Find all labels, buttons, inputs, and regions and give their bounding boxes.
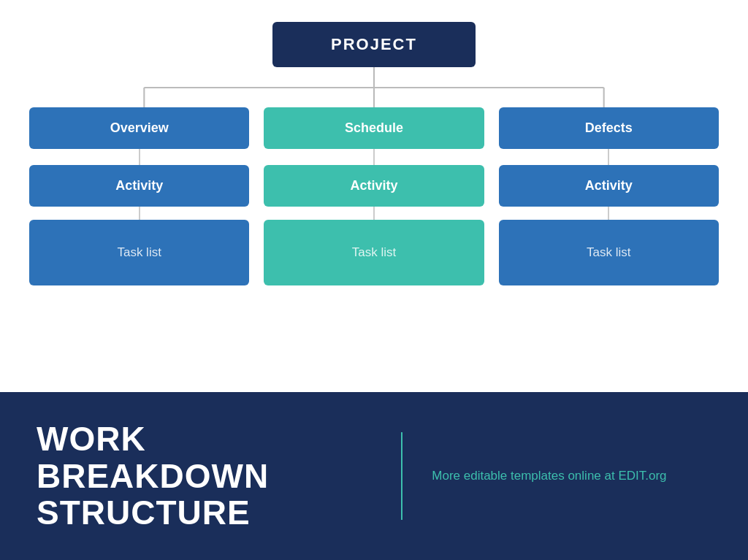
task-defects: Task list [499,220,719,285]
level1-overview: Overview [29,107,249,149]
footer-subtitle: More editable templates online at EDIT.o… [432,467,711,486]
connector-overview-task [139,207,140,220]
diagram-section: PROJECT Overview [0,0,748,392]
project-root-node: PROJECT [272,22,476,67]
level1-defects: Defects [499,107,719,149]
footer-title-line2: STRUCTURE [37,494,372,532]
footer-divider [401,432,402,520]
connector-defects-activity [608,149,609,165]
root-connector [29,67,719,107]
task-overview: Task list [29,220,249,285]
column-defects: Defects Activity Task list [499,107,719,285]
task-schedule: Task list [264,220,484,285]
activity-schedule: Activity [264,165,484,207]
column-schedule: Schedule Activity Task list [264,107,484,285]
footer-title: WORK BREAKDOWN STRUCTURE [37,421,372,532]
project-root-label: PROJECT [331,35,417,53]
activity-overview: Activity [29,165,249,207]
level1-row: Overview Activity Task list Schedule Ac [29,107,719,285]
level1-schedule: Schedule [264,107,484,149]
footer-section: WORK BREAKDOWN STRUCTURE More editable t… [0,392,748,560]
connector-overview-activity [139,149,140,165]
main-container: PROJECT Overview [0,0,748,560]
connector-schedule-task [373,207,375,220]
activity-defects: Activity [499,165,719,207]
connector-defects-task [608,207,609,220]
column-overview: Overview Activity Task list [29,107,249,285]
footer-title-line1: WORK BREAKDOWN [37,421,372,494]
connector-schedule-activity [373,149,375,165]
